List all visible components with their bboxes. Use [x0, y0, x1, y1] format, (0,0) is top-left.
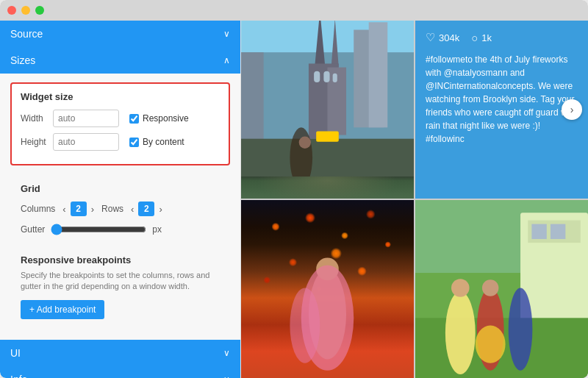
widget-size-box: Widget size Width Responsive Height	[10, 82, 230, 165]
columns-value: 2	[71, 202, 87, 216]
social-text: #followmeto the 4th of July fireworks wi…	[426, 53, 578, 188]
svg-point-32	[476, 326, 506, 363]
source-label: Source	[10, 28, 43, 40]
lanterns-svg	[241, 200, 414, 378]
svg-rect-4	[241, 52, 264, 150]
bottom-sections: UI ∨ Info ∨ Style ∨	[0, 340, 240, 378]
gutter-slider[interactable]	[51, 224, 146, 235]
grid-columns-row: Columns ‹ 2 › Rows ‹ 2 ›	[21, 202, 220, 216]
by-content-checkbox-label[interactable]: By content	[129, 137, 184, 147]
outdoor-photo	[415, 200, 588, 378]
grid-title: Grid	[21, 183, 220, 194]
responsive-section: Responsive breakpoints Specify the break…	[10, 249, 230, 328]
width-input[interactable]	[53, 110, 119, 127]
photo-grid: ♡ 304k ○ 1k #followmeto the 4th of July …	[241, 21, 588, 378]
columns-decrement[interactable]: ‹	[61, 204, 67, 215]
width-label: Width	[21, 113, 49, 124]
svg-point-31	[509, 288, 533, 370]
columns-increment[interactable]: ›	[90, 204, 96, 215]
responsive-checkbox[interactable]	[129, 114, 139, 124]
height-input[interactable]	[53, 133, 119, 151]
info-label: Info	[10, 374, 27, 378]
sizes-section-header[interactable]: Sizes ∧	[0, 47, 240, 74]
svg-rect-12	[241, 139, 414, 176]
likes-count: 304k	[439, 32, 459, 43]
left-panel: Source ∨ Sizes ∧ Widget size Width	[0, 21, 241, 378]
svg-rect-3	[369, 22, 388, 127]
svg-rect-25	[551, 224, 565, 239]
minimize-button[interactable]	[21, 6, 30, 15]
svg-rect-13	[316, 131, 339, 141]
width-row: Width Responsive	[21, 110, 220, 127]
by-content-checkbox[interactable]	[129, 138, 139, 147]
rows-label: Rows	[101, 204, 123, 214]
sizes-section-body: Widget size Width Responsive Height	[0, 74, 240, 337]
comments-stat: ○ 1k	[471, 31, 492, 44]
responsive-title: Responsive breakpoints	[21, 254, 220, 265]
next-icon: ›	[570, 104, 574, 115]
rows-stepper: ‹ 2 ›	[129, 202, 164, 216]
grid-section: Grid Columns ‹ 2 › Rows ‹ 2 ›	[10, 176, 230, 249]
svg-rect-24	[531, 224, 546, 239]
main-content: Source ∨ Sizes ∧ Widget size Width	[0, 21, 588, 378]
responsive-desc: Specify the breakpoints to set the colum…	[21, 270, 220, 293]
social-stats: ♡ 304k ○ 1k	[426, 31, 578, 44]
gutter-unit: px	[152, 224, 162, 235]
right-panel: ♡ 304k ○ 1k #followmeto the 4th of July …	[241, 21, 588, 378]
rows-value: 2	[138, 202, 154, 216]
next-button[interactable]: ›	[562, 99, 582, 120]
likes-stat: ♡ 304k	[426, 31, 459, 44]
church-photo	[241, 21, 414, 199]
app-window: Source ∨ Sizes ∧ Widget size Width	[0, 0, 588, 378]
responsive-label: Responsive	[143, 113, 189, 124]
church-svg	[241, 21, 414, 176]
lanterns-photo	[241, 200, 414, 378]
widget-size-title: Widget size	[21, 91, 220, 102]
responsive-checkbox-label[interactable]: Responsive	[129, 113, 189, 124]
gutter-row: Gutter px	[21, 224, 220, 235]
social-card: ♡ 304k ○ 1k #followmeto the 4th of July …	[415, 21, 588, 199]
titlebar	[0, 0, 588, 21]
ui-chevron: ∨	[223, 348, 230, 358]
heart-icon: ♡	[426, 31, 435, 44]
svg-rect-9	[314, 71, 320, 82]
by-content-label: By content	[143, 137, 184, 147]
sizes-label: Sizes	[10, 54, 35, 66]
svg-point-30	[482, 279, 498, 296]
add-breakpoint-button[interactable]: + Add breakpoint	[21, 300, 104, 319]
columns-stepper: ‹ 2 ›	[61, 202, 96, 216]
rows-decrement[interactable]: ‹	[129, 204, 135, 215]
source-chevron: ∨	[223, 29, 230, 39]
svg-point-19	[290, 288, 320, 363]
svg-point-28	[451, 279, 470, 297]
height-row: Height By content	[21, 133, 220, 151]
info-section-header[interactable]: Info ∨	[0, 366, 240, 378]
height-label: Height	[21, 137, 49, 147]
comments-count: 1k	[481, 32, 492, 43]
svg-rect-11	[333, 74, 337, 82]
svg-point-27	[445, 292, 476, 374]
columns-label: Columns	[21, 204, 55, 214]
svg-point-15	[299, 137, 311, 149]
source-section-header[interactable]: Source ∨	[0, 21, 240, 47]
ui-section-header[interactable]: UI ∨	[0, 340, 240, 366]
comment-icon: ○	[471, 32, 478, 44]
maximize-button[interactable]	[35, 6, 44, 15]
sizes-chevron: ∧	[223, 55, 230, 65]
info-chevron: ∨	[223, 374, 230, 378]
outdoor-svg	[415, 200, 588, 378]
gutter-label: Gutter	[21, 224, 45, 235]
rows-increment[interactable]: ›	[157, 204, 163, 215]
ui-label: UI	[10, 347, 21, 359]
close-button[interactable]	[7, 6, 16, 15]
svg-rect-10	[323, 71, 329, 82]
